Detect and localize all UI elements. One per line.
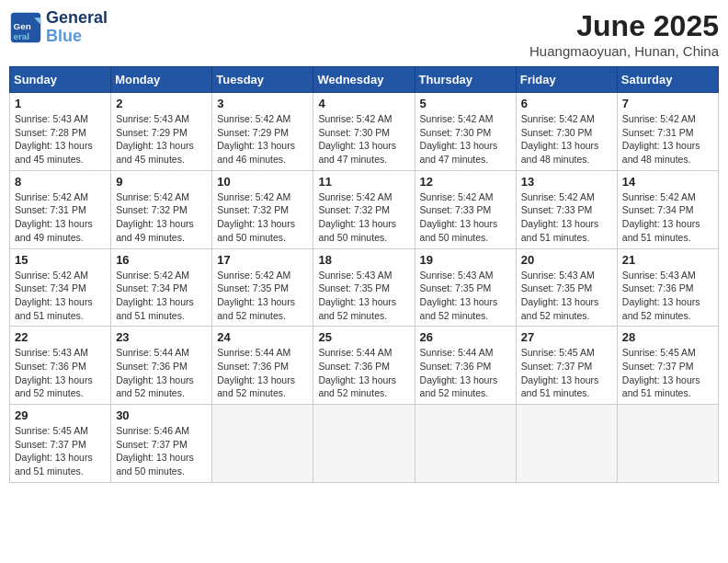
day-info: Sunrise: 5:43 AM Sunset: 7:28 PM Dayligh… xyxy=(15,112,106,167)
day-info: Sunrise: 5:42 AM Sunset: 7:34 PM Dayligh… xyxy=(116,269,207,323)
calendar-cell: 22 Sunrise: 5:43 AM Sunset: 7:36 PM Dayl… xyxy=(10,327,111,405)
day-info: Sunrise: 5:42 AM Sunset: 7:34 PM Dayligh… xyxy=(622,190,713,245)
day-info: Sunrise: 5:42 AM Sunset: 7:30 PM Dayligh… xyxy=(420,112,511,167)
calendar-cell: 7 Sunrise: 5:42 AM Sunset: 7:31 PM Dayli… xyxy=(617,93,718,171)
calendar-cell: 28 Sunrise: 5:45 AM Sunset: 7:37 PM Dayl… xyxy=(617,327,718,405)
calendar-cell: 21 Sunrise: 5:43 AM Sunset: 7:36 PM Dayl… xyxy=(617,248,718,327)
svg-text:Gen: Gen xyxy=(14,21,31,31)
calendar-week-1: 1 Sunrise: 5:43 AM Sunset: 7:28 PM Dayli… xyxy=(10,93,719,171)
day-info: Sunrise: 5:43 AM Sunset: 7:36 PM Dayligh… xyxy=(622,269,713,323)
day-info: Sunrise: 5:44 AM Sunset: 7:36 PM Dayligh… xyxy=(116,346,207,400)
day-number: 20 xyxy=(521,253,612,267)
day-number: 21 xyxy=(622,253,713,267)
day-info: Sunrise: 5:44 AM Sunset: 7:36 PM Dayligh… xyxy=(318,346,409,400)
day-info: Sunrise: 5:42 AM Sunset: 7:34 PM Dayligh… xyxy=(15,269,106,323)
calendar-cell: 3 Sunrise: 5:42 AM Sunset: 7:29 PM Dayli… xyxy=(212,93,313,171)
calendar-week-4: 22 Sunrise: 5:43 AM Sunset: 7:36 PM Dayl… xyxy=(10,327,719,405)
day-info: Sunrise: 5:42 AM Sunset: 7:32 PM Dayligh… xyxy=(116,190,207,245)
day-number: 17 xyxy=(217,253,308,267)
day-number: 10 xyxy=(217,175,308,189)
day-info: Sunrise: 5:44 AM Sunset: 7:36 PM Dayligh… xyxy=(217,346,308,400)
weekday-header-sunday: Sunday xyxy=(10,67,111,93)
day-info: Sunrise: 5:45 AM Sunset: 7:37 PM Dayligh… xyxy=(521,346,612,400)
day-number: 19 xyxy=(420,253,511,267)
day-number: 22 xyxy=(15,330,106,344)
day-info: Sunrise: 5:44 AM Sunset: 7:36 PM Dayligh… xyxy=(420,346,511,400)
day-info: Sunrise: 5:42 AM Sunset: 7:30 PM Dayligh… xyxy=(318,112,409,167)
calendar-cell: 13 Sunrise: 5:42 AM Sunset: 7:33 PM Dayl… xyxy=(516,170,617,248)
day-info: Sunrise: 5:42 AM Sunset: 7:31 PM Dayligh… xyxy=(15,190,106,245)
day-info: Sunrise: 5:46 AM Sunset: 7:37 PM Dayligh… xyxy=(116,424,207,478)
location-title: Huangmaoyuan, Hunan, China xyxy=(529,43,719,59)
day-info: Sunrise: 5:45 AM Sunset: 7:37 PM Dayligh… xyxy=(622,346,713,400)
day-number: 18 xyxy=(318,253,409,267)
day-number: 26 xyxy=(420,330,511,344)
day-info: Sunrise: 5:42 AM Sunset: 7:31 PM Dayligh… xyxy=(622,112,713,167)
weekday-header-thursday: Thursday xyxy=(415,67,516,93)
day-number: 27 xyxy=(521,330,612,344)
day-number: 2 xyxy=(116,97,207,110)
calendar-cell: 1 Sunrise: 5:43 AM Sunset: 7:28 PM Dayli… xyxy=(10,93,111,171)
calendar-cell: 23 Sunrise: 5:44 AM Sunset: 7:36 PM Dayl… xyxy=(111,327,212,405)
calendar-week-3: 15 Sunrise: 5:42 AM Sunset: 7:34 PM Dayl… xyxy=(10,248,719,327)
day-number: 15 xyxy=(15,253,106,267)
day-info: Sunrise: 5:43 AM Sunset: 7:35 PM Dayligh… xyxy=(521,269,612,323)
svg-text:eral: eral xyxy=(14,30,30,40)
calendar-cell: 26 Sunrise: 5:44 AM Sunset: 7:36 PM Dayl… xyxy=(415,327,516,405)
day-info: Sunrise: 5:45 AM Sunset: 7:37 PM Dayligh… xyxy=(15,424,106,478)
calendar-cell: 29 Sunrise: 5:45 AM Sunset: 7:37 PM Dayl… xyxy=(10,405,111,483)
day-info: Sunrise: 5:42 AM Sunset: 7:35 PM Dayligh… xyxy=(217,269,308,323)
calendar-cell: 8 Sunrise: 5:42 AM Sunset: 7:31 PM Dayli… xyxy=(10,170,111,248)
day-number: 28 xyxy=(622,330,713,344)
day-info: Sunrise: 5:42 AM Sunset: 7:33 PM Dayligh… xyxy=(521,190,612,245)
calendar-cell: 10 Sunrise: 5:42 AM Sunset: 7:32 PM Dayl… xyxy=(212,170,313,248)
calendar-table: SundayMondayTuesdayWednesdayThursdayFrid… xyxy=(9,66,719,483)
calendar-cell: 4 Sunrise: 5:42 AM Sunset: 7:30 PM Dayli… xyxy=(313,93,415,171)
calendar-cell: 11 Sunrise: 5:42 AM Sunset: 7:32 PM Dayl… xyxy=(313,170,415,248)
weekday-header-row: SundayMondayTuesdayWednesdayThursdayFrid… xyxy=(10,67,719,93)
calendar-cell: 19 Sunrise: 5:43 AM Sunset: 7:35 PM Dayl… xyxy=(415,248,516,327)
calendar-cell: 6 Sunrise: 5:42 AM Sunset: 7:30 PM Dayli… xyxy=(516,93,617,171)
calendar-cell: 24 Sunrise: 5:44 AM Sunset: 7:36 PM Dayl… xyxy=(212,327,313,405)
weekday-header-saturday: Saturday xyxy=(617,67,718,93)
day-info: Sunrise: 5:43 AM Sunset: 7:35 PM Dayligh… xyxy=(420,269,511,323)
calendar-cell: 27 Sunrise: 5:45 AM Sunset: 7:37 PM Dayl… xyxy=(516,327,617,405)
calendar-cell: 16 Sunrise: 5:42 AM Sunset: 7:34 PM Dayl… xyxy=(111,248,212,327)
calendar-cell: 2 Sunrise: 5:43 AM Sunset: 7:29 PM Dayli… xyxy=(111,93,212,171)
day-number: 8 xyxy=(15,175,106,189)
day-number: 12 xyxy=(420,175,511,189)
day-number: 9 xyxy=(116,175,207,189)
day-info: Sunrise: 5:42 AM Sunset: 7:32 PM Dayligh… xyxy=(318,190,409,245)
day-number: 4 xyxy=(318,97,409,110)
logo: Gen eral General Blue xyxy=(9,9,108,46)
day-number: 23 xyxy=(116,330,207,344)
calendar-cell: 18 Sunrise: 5:43 AM Sunset: 7:35 PM Dayl… xyxy=(313,248,415,327)
day-number: 7 xyxy=(622,97,713,110)
day-number: 13 xyxy=(521,175,612,189)
calendar-cell xyxy=(617,405,718,483)
calendar-cell: 30 Sunrise: 5:46 AM Sunset: 7:37 PM Dayl… xyxy=(111,405,212,483)
calendar-cell: 20 Sunrise: 5:43 AM Sunset: 7:35 PM Dayl… xyxy=(516,248,617,327)
weekday-header-tuesday: Tuesday xyxy=(212,67,313,93)
day-number: 3 xyxy=(217,97,308,110)
day-number: 1 xyxy=(15,97,106,110)
day-info: Sunrise: 5:43 AM Sunset: 7:35 PM Dayligh… xyxy=(318,269,409,323)
day-number: 29 xyxy=(15,408,106,422)
weekday-header-monday: Monday xyxy=(111,67,212,93)
logo-icon: Gen eral xyxy=(9,11,42,44)
calendar-week-5: 29 Sunrise: 5:45 AM Sunset: 7:37 PM Dayl… xyxy=(10,405,719,483)
weekday-header-friday: Friday xyxy=(516,67,617,93)
day-number: 5 xyxy=(420,97,511,110)
title-area: June 2025 Huangmaoyuan, Hunan, China xyxy=(529,9,719,59)
day-info: Sunrise: 5:42 AM Sunset: 7:33 PM Dayligh… xyxy=(420,190,511,245)
calendar-cell: 17 Sunrise: 5:42 AM Sunset: 7:35 PM Dayl… xyxy=(212,248,313,327)
calendar-cell: 9 Sunrise: 5:42 AM Sunset: 7:32 PM Dayli… xyxy=(111,170,212,248)
page-header: Gen eral General Blue June 2025 Huangmao… xyxy=(9,9,719,59)
day-number: 11 xyxy=(318,175,409,189)
calendar-cell xyxy=(212,405,313,483)
calendar-cell: 14 Sunrise: 5:42 AM Sunset: 7:34 PM Dayl… xyxy=(617,170,718,248)
day-info: Sunrise: 5:43 AM Sunset: 7:29 PM Dayligh… xyxy=(116,112,207,167)
day-number: 25 xyxy=(318,330,409,344)
logo-text: General Blue xyxy=(46,9,108,46)
day-info: Sunrise: 5:42 AM Sunset: 7:32 PM Dayligh… xyxy=(217,190,308,245)
